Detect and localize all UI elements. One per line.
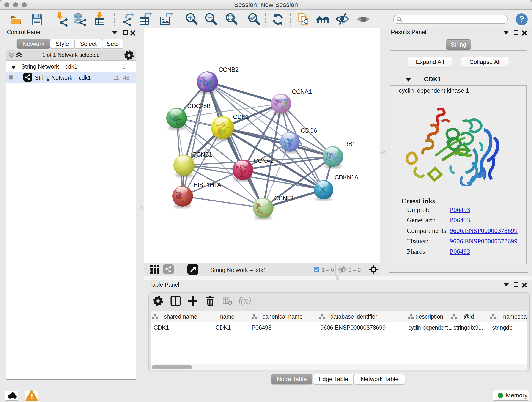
svg-text:CDK1: CDK1 bbox=[233, 114, 249, 120]
svg-text:CCNB1: CCNB1 bbox=[192, 151, 212, 158]
svg-text:CCNA1: CCNA1 bbox=[292, 88, 312, 95]
svg-text:HIST1H1A: HIST1H1A bbox=[193, 182, 221, 188]
svg-text:CDKN1A: CDKN1A bbox=[335, 174, 359, 181]
svg-text:CDC6: CDC6 bbox=[301, 127, 317, 134]
svg-text:CCNA2: CCNA2 bbox=[254, 157, 273, 164]
svg-text:CCNB2: CCNB2 bbox=[219, 66, 239, 73]
svg-text:CCNE1: CCNE1 bbox=[274, 195, 294, 202]
svg-text:RB1: RB1 bbox=[344, 140, 355, 147]
svg-text:CDC25B: CDC25B bbox=[187, 103, 210, 109]
